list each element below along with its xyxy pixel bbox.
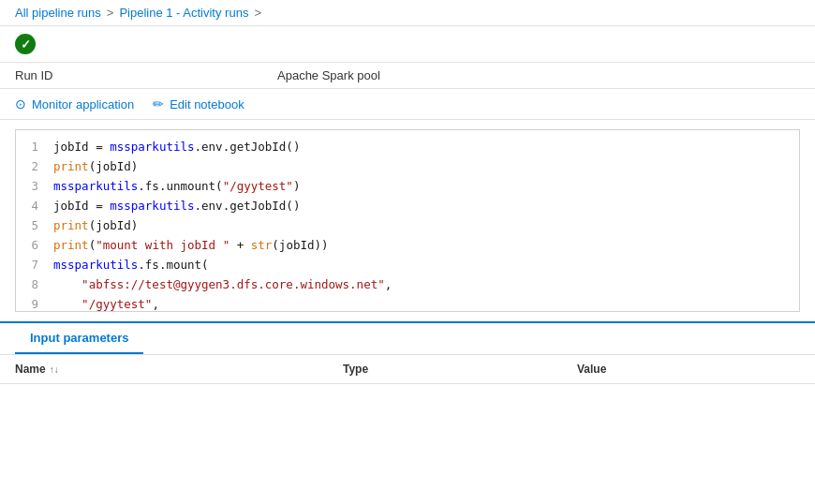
line-content-8: "abfss://test@gyygen3.dfs.core.windows.n… [53,275,799,294]
code-line-8: 8 "abfss://test@gyygen3.dfs.core.windows… [16,275,799,295]
line-num-8: 8 [16,275,53,294]
success-status-icon: ✓ [15,34,36,54]
breadcrumb-sep-1: > [107,6,114,20]
monitor-icon: ⊙ [15,96,26,111]
action-row: ⊙ Monitor application ✏ Edit notebook [0,89,815,120]
param-type-col-header: Type [343,363,577,376]
code-panel: 1 jobId = mssparkutils.env.getJobId() 2 … [15,129,800,312]
line-num-2: 2 [16,157,53,176]
line-content-5: print(jobId) [53,216,799,235]
breadcrumb-link-activity-runs[interactable]: Pipeline 1 - Activity runs [119,6,248,20]
line-content-7: mssparkutils.fs.mount( [53,256,799,274]
line-num-7: 7 [16,256,53,274]
line-content-3: mssparkutils.fs.unmount("/gyytest") [53,177,799,196]
edit-notebook-label: Edit notebook [170,97,244,111]
line-num-1: 1 [16,138,53,156]
breadcrumb-link-pipeline-runs[interactable]: All pipeline runs [15,6,101,20]
spark-pool-header: Apache Spark pool [277,68,800,82]
run-id-header: Run ID [15,68,277,82]
line-num-6: 6 [16,236,53,255]
line-num-9: 9 [16,295,53,312]
breadcrumb-sep-2: > [254,6,261,20]
column-headers: Run ID Apache Spark pool [0,63,815,89]
code-line-6: 6 print("mount with jobId " + str(jobId)… [16,236,799,256]
breadcrumb: All pipeline runs > Pipeline 1 - Activit… [0,0,815,26]
line-content-9: "/gyytest", [53,295,799,312]
param-name-col-header: Name ↑↓ [15,363,343,376]
edit-icon: ✏ [153,96,164,111]
input-parameters-tab[interactable]: Input parameters [15,323,143,354]
name-sort-icon[interactable]: ↑↓ [50,364,59,375]
line-content-1: jobId = mssparkutils.env.getJobId() [53,138,799,156]
params-table: Name ↑↓ Type Value [0,354,815,384]
code-line-7: 7 mssparkutils.fs.mount( [16,256,799,275]
line-num-5: 5 [16,216,53,235]
line-content-6: print("mount with jobId " + str(jobId)) [53,236,799,255]
code-line-1: 1 jobId = mssparkutils.env.getJobId() [16,138,799,157]
code-lines-container: 1 jobId = mssparkutils.env.getJobId() 2 … [16,130,799,312]
code-line-5: 5 print(jobId) [16,216,799,236]
line-content-2: print(jobId) [53,157,799,176]
monitor-application-label: Monitor application [32,97,134,111]
monitor-application-button[interactable]: ⊙ Monitor application [15,96,134,111]
edit-notebook-button[interactable]: ✏ Edit notebook [153,96,244,111]
input-parameters-section: Input parameters Name ↑↓ Type Value [0,321,815,384]
code-line-3: 3 mssparkutils.fs.unmount("/gyytest") [16,177,799,197]
code-line-9: 9 "/gyytest", [16,295,799,312]
status-row: ✓ [0,26,815,63]
params-table-header: Name ↑↓ Type Value [0,355,815,384]
line-content-4: jobId = mssparkutils.env.getJobId() [53,197,799,215]
line-num-3: 3 [16,177,53,196]
code-line-2: 2 print(jobId) [16,157,799,177]
code-line-4: 4 jobId = mssparkutils.env.getJobId() [16,197,799,216]
line-num-4: 4 [16,197,53,215]
name-column-label: Name [15,363,46,376]
param-value-col-header: Value [577,363,800,376]
